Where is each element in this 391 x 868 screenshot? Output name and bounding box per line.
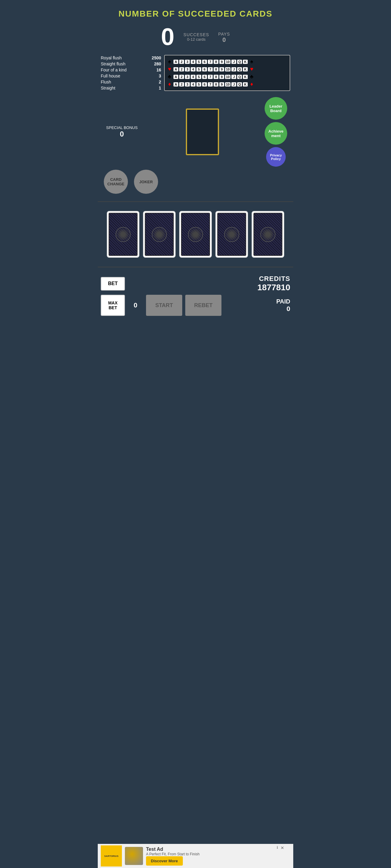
cards-area (98, 205, 293, 264)
playing-card-4[interactable] (216, 211, 248, 258)
playing-card-1[interactable] (107, 211, 139, 258)
paytable-row: Full house 3 (101, 73, 161, 79)
hand-name: Royal flush (101, 56, 121, 60)
right-buttons: LeaderBoard Achievement PrivacyPolicy (264, 97, 287, 167)
bonus-buttons-section: SPECIAL BONUS 0 LeaderBoard Achievement … (98, 94, 293, 170)
hand-name: Full house (101, 73, 120, 79)
suit-row-spades: ♠ A 2 3 4 5 6 7 8 9 10 J Q K ♠ (167, 59, 288, 65)
leader-board-button[interactable]: LeaderBoard (264, 97, 287, 120)
score-area: 0 SUCCESES 0-12 cards PAYS 0 (98, 22, 293, 52)
paytable-row: Royal flush 2500 (101, 55, 161, 61)
playing-card-3[interactable] (179, 211, 212, 258)
score-number: 0 (161, 25, 175, 49)
bottom-controls: BET CREDITS 1877810 MAXBET 0 START REBET… (98, 270, 293, 320)
club-icon: ♣ (167, 73, 173, 80)
suit-row-hearts: ♥ A 2 3 4 5 6 7 8 9 10 J Q K ♥ (167, 66, 288, 72)
hand-name: Flush (101, 80, 111, 84)
spade-icon-end: ♠ (249, 59, 255, 65)
successes-label: SUCCESES (184, 32, 209, 37)
special-bonus-value: 0 (104, 130, 140, 138)
score-labels: SUCCESES 0-12 cards (184, 32, 209, 41)
bet-value: 0 (128, 301, 143, 309)
playing-card-2[interactable] (143, 211, 175, 258)
center-card-area (143, 108, 261, 155)
card-change-button[interactable]: CARDCHANGE (104, 170, 128, 194)
hand-value: 3 (159, 73, 161, 79)
special-bonus: SPECIAL BONUS 0 (104, 125, 140, 138)
hand-value: 2 (159, 80, 161, 84)
pays-labels: PAYS 0 (218, 30, 230, 43)
hand-value: 16 (156, 67, 161, 72)
header: NUMBER OF SUCCEEDED CARDS (98, 0, 293, 22)
paid-label: PAID (276, 298, 290, 305)
heart-icon-end: ♥ (249, 66, 255, 72)
gold-frame (186, 108, 219, 155)
max-bet-button[interactable]: MAXBET (101, 295, 125, 316)
heart-icon: ♥ (167, 66, 173, 72)
pays-label: PAYS (218, 32, 230, 36)
page-title: NUMBER OF SUCCEEDED CARDS (104, 9, 287, 19)
paytable: Royal flush 2500 Straight flush 280 Four… (101, 55, 161, 91)
middle-section: Royal flush 2500 Straight flush 280 Four… (98, 52, 293, 94)
paytable-row: Straight flush 280 (101, 61, 161, 67)
paytable-row: Four of a kind 16 (101, 67, 161, 73)
credits-amount: 1877810 (257, 283, 290, 292)
club-icon-end: ♣ (249, 73, 255, 80)
spade-icon: ♠ (167, 59, 173, 65)
diamond-icon: ♦ (167, 81, 173, 87)
bet-button[interactable]: BET (101, 277, 125, 290)
cards-range: 0-12 cards (184, 37, 209, 41)
divider (98, 201, 293, 202)
suit-table: ♠ A 2 3 4 5 6 7 8 9 10 J Q K ♠ ♥ A 2 3 4… (164, 55, 290, 91)
achievement-button[interactable]: Achievement (264, 122, 287, 145)
playing-card-5[interactable] (252, 211, 284, 258)
paid-amount: 0 (276, 305, 290, 313)
credits-section: CREDITS 1877810 (257, 275, 290, 292)
suit-row-clubs: ♣ A 2 3 4 5 6 7 8 9 10 J Q K ♣ (167, 73, 288, 80)
hand-value: 280 (154, 61, 161, 66)
hand-value: 2500 (152, 56, 161, 60)
paytable-row: Straight 1 (101, 85, 161, 91)
suit-row-diamonds: ♦ A 2 3 4 5 6 7 8 9 10 J Q K ♦ (167, 81, 288, 87)
hand-name: Four of a kind (101, 67, 127, 72)
privacy-policy-button[interactable]: PrivacyPolicy (266, 147, 286, 167)
divider-2 (98, 267, 293, 267)
credits-label: CREDITS (257, 275, 290, 283)
action-buttons: CARDCHANGE JOKER (98, 170, 293, 198)
hand-name: Straight (101, 86, 115, 90)
hand-value: 1 (159, 86, 161, 90)
hand-name: Straight flush (101, 61, 125, 66)
special-bonus-label: SPECIAL BONUS (104, 125, 140, 130)
paytable-row: Flush 2 (101, 79, 161, 85)
rebet-button[interactable]: REBET (185, 295, 221, 316)
diamond-icon-end: ♦ (249, 81, 255, 87)
start-button[interactable]: START (146, 295, 182, 316)
joker-button[interactable]: JOKER (134, 170, 158, 194)
pays-value: 0 (218, 36, 230, 43)
